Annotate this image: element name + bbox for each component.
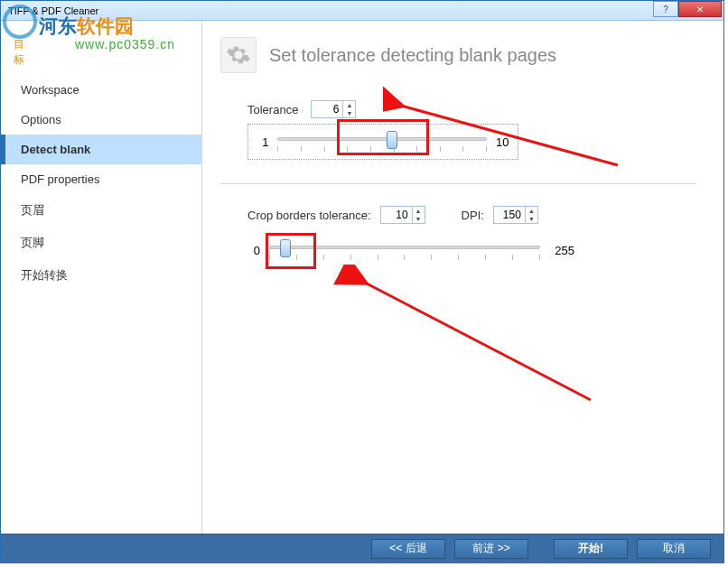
- sidebar-item-workspace[interactable]: Workspace: [1, 75, 201, 105]
- button-label: 取消: [663, 541, 685, 556]
- sidebar-item-label: 页脚: [21, 236, 44, 249]
- sidebar-item-header[interactable]: 页眉: [1, 194, 201, 227]
- sidebar-item-pdf-properties[interactable]: PDF properties: [1, 164, 201, 194]
- bottom-bar: << 后退 前进 >> 开始! 取消: [1, 534, 723, 562]
- tolerance-slider-max: 10: [496, 135, 509, 149]
- next-button[interactable]: 前进 >>: [454, 539, 528, 559]
- tolerance-slider[interactable]: [277, 130, 487, 153]
- button-label: 开始!: [578, 541, 603, 556]
- sidebar-item-label: 页眉: [21, 203, 44, 217]
- sidebar: Workspace Options Detect blank PDF prope…: [1, 21, 202, 534]
- gear-icon: [220, 37, 257, 73]
- body-area: Workspace Options Detect blank PDF prope…: [1, 21, 723, 534]
- tolerance-spinner[interactable]: ▲▼: [311, 100, 356, 118]
- spin-down-icon[interactable]: ▼: [526, 215, 537, 223]
- crop-spinner[interactable]: ▲▼: [380, 206, 425, 224]
- spin-down-icon[interactable]: ▼: [343, 109, 355, 117]
- crop-input[interactable]: [381, 207, 412, 223]
- sidebar-item-label: Detect blank: [21, 143, 90, 156]
- start-button[interactable]: 开始!: [554, 539, 628, 559]
- crop-row: Crop borders tolerance: ▲▼ DPI: ▲▼: [247, 206, 696, 224]
- window-title: TIFF & PDF Cleaner: [8, 5, 98, 16]
- dpi-label: DPI:: [462, 209, 484, 222]
- tolerance-row: Tolerance ▲▼: [247, 100, 696, 118]
- close-button[interactable]: ✕: [678, 1, 722, 17]
- section-divider: [220, 183, 696, 184]
- sidebar-item-start-convert[interactable]: 开始转换: [1, 259, 201, 292]
- dialog-window: TIFF & PDF Cleaner ? ✕ 河东软件园 www.pc0359.…: [0, 0, 724, 563]
- crop-slider-min: 0: [247, 244, 260, 257]
- main-header: Set tolerance detecting blank pages: [220, 37, 696, 73]
- tolerance-label: Tolerance: [247, 103, 298, 116]
- spin-down-icon[interactable]: ▼: [413, 215, 425, 223]
- page-title: Set tolerance detecting blank pages: [269, 45, 556, 66]
- cancel-button[interactable]: 取消: [637, 539, 711, 559]
- back-button[interactable]: << 后退: [371, 539, 445, 559]
- button-label: << 后退: [389, 541, 426, 556]
- tolerance-input[interactable]: [312, 101, 342, 117]
- help-button[interactable]: ?: [653, 1, 678, 17]
- crop-label: Crop borders tolerance:: [247, 209, 371, 222]
- dpi-input[interactable]: [494, 207, 525, 223]
- crop-slider[interactable]: [269, 238, 540, 262]
- spin-up-icon[interactable]: ▲: [343, 101, 355, 109]
- sidebar-item-label: PDF properties: [21, 172, 99, 186]
- crop-slider-handle[interactable]: [280, 239, 291, 257]
- tolerance-slider-handle[interactable]: [387, 131, 397, 149]
- title-bar: TIFF & PDF Cleaner ? ✕: [1, 1, 723, 21]
- title-buttons: ? ✕: [653, 1, 722, 17]
- sidebar-item-detect-blank[interactable]: Detect blank: [1, 135, 201, 164]
- sidebar-item-label: 开始转换: [21, 268, 68, 282]
- sidebar-item-label: Workspace: [21, 83, 79, 97]
- spin-up-icon[interactable]: ▲: [413, 207, 425, 215]
- spin-up-icon[interactable]: ▲: [526, 207, 537, 215]
- button-label: 前进 >>: [472, 541, 509, 556]
- svg-line-1: [365, 283, 591, 400]
- sidebar-item-options[interactable]: Options: [1, 105, 201, 135]
- main-panel: Set tolerance detecting blank pages Tole…: [202, 21, 723, 534]
- crop-slider-max: 255: [549, 244, 574, 257]
- tolerance-slider-min: 1: [257, 135, 268, 149]
- annotation-arrow: [311, 265, 609, 409]
- sidebar-item-footer[interactable]: 页脚: [1, 227, 201, 259]
- sidebar-item-label: Options: [21, 113, 61, 126]
- dpi-spinner[interactable]: ▲▼: [493, 206, 538, 224]
